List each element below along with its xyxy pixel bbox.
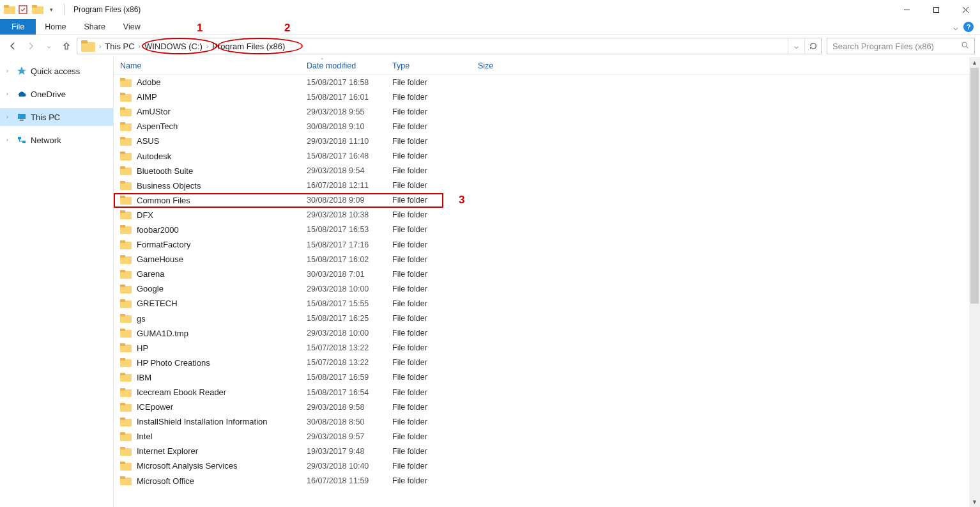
network-icon [17, 135, 27, 145]
back-button[interactable] [5, 38, 20, 54]
maximize-button[interactable] [921, 0, 951, 19]
list-item[interactable]: GameHouse15/08/2017 16:02File folder [114, 252, 969, 267]
minimize-button[interactable] [892, 0, 921, 19]
folder-icon [120, 329, 132, 338]
list-item[interactable]: HP Photo Creations15/07/2018 13:22File f… [114, 355, 969, 370]
vertical-scrollbar[interactable]: ▲ ▼ [969, 57, 980, 507]
list-item[interactable]: gs15/08/2017 16:25File folder [114, 311, 969, 326]
qat-properties-icon[interactable] [18, 4, 28, 15]
breadcrumb-this-pc[interactable]: This PC [102, 38, 137, 54]
file-name-cell: AspenTech [114, 121, 300, 131]
file-type-cell: File folder [386, 107, 471, 116]
file-name-label: InstallShield Installation Information [137, 417, 268, 426]
list-item[interactable]: ICEpower29/03/2018 9:58File folder [114, 400, 969, 414]
qat-customize-icon[interactable]: ▾ [46, 4, 56, 15]
address-bar[interactable]: › This PC › WINDOWS (C:) › Program Files… [77, 38, 822, 54]
breadcrumb-sep-icon[interactable]: › [205, 43, 210, 50]
sidebar-item-label: This PC [31, 113, 60, 122]
file-type-cell: File folder [386, 240, 471, 249]
list-item[interactable]: Internet Explorer19/03/2017 9:48File fol… [114, 444, 969, 458]
list-item[interactable]: IBM15/08/2017 16:59File folder [114, 370, 969, 385]
chevron-right-icon[interactable]: › [6, 68, 13, 74]
column-header-type[interactable]: Type [386, 61, 471, 70]
file-type-cell: File folder [386, 285, 471, 293]
help-icon[interactable]: ? [963, 22, 974, 32]
tab-view[interactable]: View [114, 19, 149, 35]
search-input[interactable] [832, 42, 961, 51]
file-date-cell: 29/03/2018 9:55 [300, 107, 386, 116]
list-item[interactable]: DFX29/03/2018 10:38File folder [114, 208, 969, 222]
scroll-track[interactable] [969, 68, 980, 496]
list-item[interactable]: foobar200015/08/2017 16:53File folder [114, 222, 969, 237]
file-date-cell: 30/03/2018 7:01 [300, 270, 386, 279]
breadcrumb-sep-icon[interactable]: › [137, 43, 142, 50]
chevron-right-icon[interactable]: › [6, 114, 13, 120]
sidebar-item-onedrive[interactable]: › OneDrive [0, 85, 113, 103]
breadcrumb-drive[interactable]: WINDOWS (C:) [142, 38, 205, 54]
list-item[interactable]: Intel29/03/2018 9:57File folder [114, 429, 969, 444]
address-history-icon[interactable]: ⌵ [788, 38, 804, 54]
list-item[interactable]: Bluetooth Suite29/03/2018 9:54File folde… [114, 164, 969, 178]
list-item[interactable]: AIMP15/08/2017 16:01File folder [114, 90, 969, 104]
tab-file[interactable]: File [0, 19, 36, 35]
breadcrumb-sep-icon[interactable]: › [98, 43, 102, 50]
list-item[interactable]: Autodesk15/08/2017 16:48File folder [114, 148, 969, 163]
chevron-right-icon[interactable]: › [6, 137, 13, 143]
tab-share[interactable]: Share [75, 19, 114, 35]
refresh-button[interactable] [804, 38, 821, 54]
list-item[interactable]: ASUS29/03/2018 11:10File folder [114, 134, 969, 148]
ribbon-collapse-icon[interactable]: ⌵ [953, 22, 958, 32]
body: › Quick access › OneDrive › This PC › Ne… [0, 57, 980, 507]
list-item[interactable]: AspenTech30/08/2018 9:10File folder [114, 119, 969, 134]
file-type-cell: File folder [386, 270, 471, 279]
search-icon[interactable] [961, 41, 969, 51]
breadcrumb-folder[interactable]: Program Files (x86) [210, 38, 287, 54]
annotation-number-1: 1 [197, 22, 203, 35]
sidebar-item-label: Quick access [31, 66, 80, 76]
list-item[interactable]: Adobe15/08/2017 16:58File folder [114, 75, 969, 90]
list-item[interactable]: Google29/03/2018 10:00File folder [114, 281, 969, 296]
file-name-label: AmUStor [137, 107, 171, 116]
navigation-pane: › Quick access › OneDrive › This PC › Ne… [0, 57, 114, 507]
file-name-label: ICEpower [137, 402, 173, 412]
search-box[interactable] [827, 38, 975, 54]
file-date-cell: 16/07/2018 12:11 [300, 181, 386, 190]
column-header-date[interactable]: Date modified [300, 61, 386, 70]
file-list[interactable]: Adobe15/08/2017 16:58File folderAIMP15/0… [114, 75, 969, 507]
scroll-up-icon[interactable]: ▲ [969, 57, 980, 68]
list-item[interactable]: AmUStor29/03/2018 9:55File folder [114, 104, 969, 119]
recent-dropdown-icon[interactable]: ⌵ [41, 38, 56, 54]
sidebar-item-quick-access[interactable]: › Quick access [0, 62, 113, 80]
file-name-cell: GUMA1D.tmp [114, 329, 300, 338]
scroll-down-icon[interactable]: ▼ [969, 496, 980, 507]
folder-icon [120, 358, 132, 367]
list-item[interactable]: Business Objects16/07/2018 12:11File fol… [114, 178, 969, 193]
list-item[interactable]: Common Files30/08/2018 9:09File folder [114, 193, 969, 208]
list-item[interactable]: Icecream Ebook Reader15/08/2017 16:54Fil… [114, 385, 969, 400]
list-item[interactable]: InstallShield Installation Information30… [114, 414, 969, 429]
file-date-cell: 16/07/2018 11:59 [300, 476, 386, 485]
tab-home[interactable]: Home [36, 19, 75, 35]
file-type-cell: File folder [386, 373, 471, 382]
list-item[interactable]: Microsoft Analysis Services29/03/2018 10… [114, 458, 969, 473]
list-item[interactable]: Microsoft Office16/07/2018 11:59File fol… [114, 474, 969, 488]
forward-button[interactable] [23, 38, 38, 54]
list-item[interactable]: GRETECH15/08/2017 15:55File folder [114, 296, 969, 311]
folder-icon [4, 4, 14, 15]
sidebar-item-network[interactable]: › Network [0, 131, 113, 149]
list-item[interactable]: Garena30/03/2018 7:01File folder [114, 267, 969, 281]
list-item[interactable]: HP15/07/2018 13:22File folder [114, 341, 969, 355]
list-item[interactable]: GUMA1D.tmp29/03/2018 10:00File folder [114, 326, 969, 341]
file-date-cell: 15/07/2018 13:22 [300, 358, 386, 367]
column-header-size[interactable]: Size [471, 61, 535, 70]
qat-newfolder-icon[interactable] [32, 4, 42, 15]
folder-icon [120, 78, 132, 87]
column-header-name[interactable]: Name [114, 61, 300, 70]
up-button[interactable] [59, 38, 74, 54]
scroll-thumb[interactable] [970, 68, 979, 304]
list-item[interactable]: FormatFactory15/08/2017 17:16File folder [114, 237, 969, 252]
chevron-right-icon[interactable]: › [6, 91, 13, 97]
file-type-cell: File folder [386, 225, 471, 234]
sidebar-item-this-pc[interactable]: › This PC [0, 108, 113, 126]
close-button[interactable] [951, 0, 980, 19]
